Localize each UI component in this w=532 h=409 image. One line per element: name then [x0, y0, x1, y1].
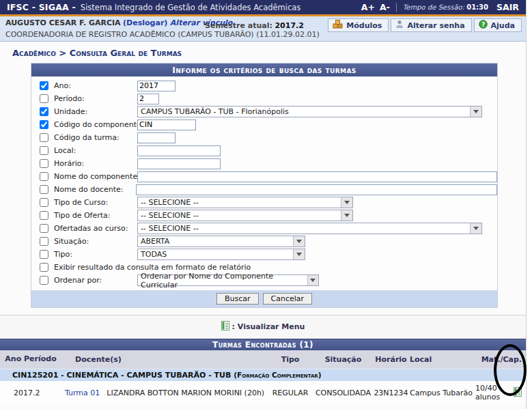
- codigo-turma-checkbox[interactable]: [40, 133, 48, 142]
- font-decrease-button[interactable]: A-: [380, 2, 390, 12]
- form-row-nome-componente: Nome do componente:: [31, 170, 497, 183]
- codigo-turma-input[interactable]: [137, 132, 176, 143]
- ofertadas-curso-select[interactable]: -- SELECIONE --: [137, 223, 482, 234]
- form-row-ordenar-por: Ordenar por: Ordenar por Nome do Compone…: [31, 274, 497, 287]
- codigo-componente-input[interactable]: [137, 119, 196, 130]
- relatorio-checkbox[interactable]: [40, 263, 48, 272]
- semester-indicator: Semestre atual: 2017.2: [205, 21, 304, 30]
- turma-link[interactable]: Turma 01: [65, 389, 100, 397]
- brand-title: IFSC - SIGAA -: [7, 2, 76, 12]
- session-timer: Tempo de Sessão: 01:30: [403, 3, 488, 11]
- horario-checkbox[interactable]: [40, 159, 48, 168]
- periodo-input[interactable]: [137, 94, 159, 104]
- tipo-oferta-select-value: -- SELECIONE --: [141, 211, 199, 220]
- tipo-curso-label: Tipo de Curso:: [54, 198, 137, 207]
- change-password-button-label: Alterar senha: [407, 21, 464, 30]
- horario-label: Horário:: [54, 159, 137, 168]
- modules-cubes-icon: [333, 20, 343, 31]
- periodo-checkbox[interactable]: [40, 94, 48, 103]
- local-checkbox[interactable]: [40, 146, 48, 155]
- change-password-button[interactable]: Alterar senha: [391, 18, 471, 32]
- col-situacao: Situação: [314, 355, 372, 364]
- help-button[interactable]: ? Ajuda: [474, 18, 522, 32]
- situacao-checkbox[interactable]: [40, 237, 48, 246]
- class-menu-icon: [221, 321, 229, 333]
- ofertadas-curso-label: Ofertadas ao curso:: [54, 224, 137, 233]
- codigo-componente-label: Código do componente:: [54, 120, 137, 129]
- tipo-oferta-checkbox[interactable]: [40, 211, 48, 220]
- page: IFSC - SIGAA - Sistema Integrado de Gest…: [0, 0, 532, 409]
- modules-button[interactable]: Módulos: [328, 18, 389, 32]
- cell-local: Campus Tubarão: [410, 389, 475, 397]
- logout-button[interactable]: SAIR: [496, 2, 519, 12]
- ano-input[interactable]: [137, 81, 176, 91]
- nome-componente-input[interactable]: [137, 171, 497, 182]
- unidade-select[interactable]: CAMPUS TUBARÃO - TUB - Florianópolis: [137, 106, 482, 117]
- ano-checkbox[interactable]: [40, 81, 48, 90]
- col-ano-periodo: Ano Período: [0, 355, 61, 364]
- form-row-horario: Horário:: [31, 157, 497, 170]
- top-bar: IFSC - SIGAA - Sistema Integrado de Gest…: [0, 0, 526, 14]
- tipo-oferta-select[interactable]: -- SELECIONE --: [137, 210, 353, 221]
- cancelar-button[interactable]: Cancelar: [263, 293, 313, 305]
- component-group-row: CIN125201 - CINEMÁTICA - CAMPUS TUBARÃO …: [0, 369, 526, 381]
- local-input[interactable]: [137, 145, 221, 156]
- unidade-select-value: CAMPUS TUBARÃO - TUB - Florianópolis: [141, 107, 289, 116]
- chevron-down-icon: [341, 210, 352, 221]
- nome-docente-input[interactable]: [136, 184, 497, 195]
- form-row-periodo: Período:: [31, 92, 497, 105]
- chevron-down-icon: [470, 107, 481, 117]
- user-name: AUGUSTO CESAR F. GARCIA: [5, 18, 121, 27]
- form-row-tipo-curso: Tipo de Curso: -- SELECIONE --: [31, 196, 497, 209]
- unidade-label: Unidade:: [54, 107, 137, 116]
- search-form: Informe os critérios de busca das turmas…: [31, 63, 498, 308]
- horario-input[interactable]: [137, 158, 221, 169]
- nome-docente-label: Nome do docente:: [54, 185, 136, 194]
- user-bar: AUGUSTO CESAR F. GARCIA (Deslogar) Alter…: [0, 16, 526, 42]
- codigo-componente-checkbox[interactable]: [40, 120, 48, 129]
- table-row: 2017.2 Turma 01 LIZANDRA BOTTON MARION M…: [0, 381, 526, 404]
- cell-tipo: REGULAR: [266, 389, 314, 397]
- semester-label: Semestre atual:: [205, 21, 272, 30]
- ordenar-por-checkbox[interactable]: [40, 276, 48, 285]
- unidade-checkbox[interactable]: [40, 107, 48, 116]
- nome-componente-checkbox[interactable]: [40, 172, 48, 181]
- breadcrumb[interactable]: Acadêmico > Consulta Geral de Turmas: [0, 42, 526, 63]
- component-group-suffix: (Formação Complementar): [234, 371, 321, 379]
- chevron-down-icon: [341, 197, 352, 208]
- divider: [396, 3, 397, 12]
- form-title: Informe os critérios de busca das turmas: [31, 64, 497, 76]
- nome-componente-label: Nome do componente:: [54, 172, 137, 181]
- ofertadas-curso-checkbox[interactable]: [40, 224, 48, 233]
- col-horario: Horário: [372, 355, 410, 364]
- cell-docente: Turma 01 LIZANDRA BOTTON MARION MORINI (…: [61, 389, 266, 397]
- chevron-down-icon: [293, 249, 305, 259]
- user-silhouette-icon: [395, 20, 404, 31]
- font-increase-button[interactable]: A+: [361, 2, 375, 12]
- session-time: 01:30: [466, 3, 488, 11]
- ordenar-por-select[interactable]: Ordenar por Nome do Componente Curricula…: [137, 274, 319, 286]
- buscar-button[interactable]: Buscar: [216, 293, 259, 305]
- ordenar-por-select-value: Ordenar por Nome do Componente Curricula…: [141, 272, 307, 290]
- form-row-codigo-turma: Código da turma:: [31, 131, 497, 144]
- tipo-curso-select[interactable]: -- SELECIONE --: [137, 197, 353, 208]
- tipo-curso-checkbox[interactable]: [40, 198, 48, 207]
- form-row-local: Local:: [31, 144, 497, 157]
- cell-situacao: CONSOLIDADA: [314, 389, 372, 397]
- form-row-ofertadas-curso: Ofertadas ao curso: -- SELECIONE --: [31, 222, 497, 235]
- form-rows: Ano: Período: Unidade: CAMPUS TUBARÃO - …: [31, 76, 497, 288]
- tipo-curso-select-value: -- SELECIONE --: [141, 198, 199, 207]
- deslogar-link[interactable]: (Deslogar): [123, 18, 167, 27]
- header-buttons: Módulos Alterar senha ? Ajuda: [328, 18, 522, 32]
- chevron-down-icon: [470, 223, 481, 234]
- nome-docente-checkbox[interactable]: [40, 185, 48, 194]
- codigo-turma-label: Código da turma:: [54, 133, 137, 142]
- tipo-select[interactable]: TODAS: [137, 249, 305, 260]
- periodo-label: Período:: [54, 94, 137, 103]
- situacao-select[interactable]: ABERTA: [137, 236, 305, 247]
- academico-link[interactable]: Acadêmico: [0, 404, 526, 409]
- class-menu-icon[interactable]: [514, 387, 522, 399]
- visualizar-menu-legend: : Visualizar Menu: [0, 315, 526, 339]
- tipo-checkbox[interactable]: [40, 250, 48, 259]
- form-row-unidade: Unidade: CAMPUS TUBARÃO - TUB - Florianó…: [31, 105, 497, 118]
